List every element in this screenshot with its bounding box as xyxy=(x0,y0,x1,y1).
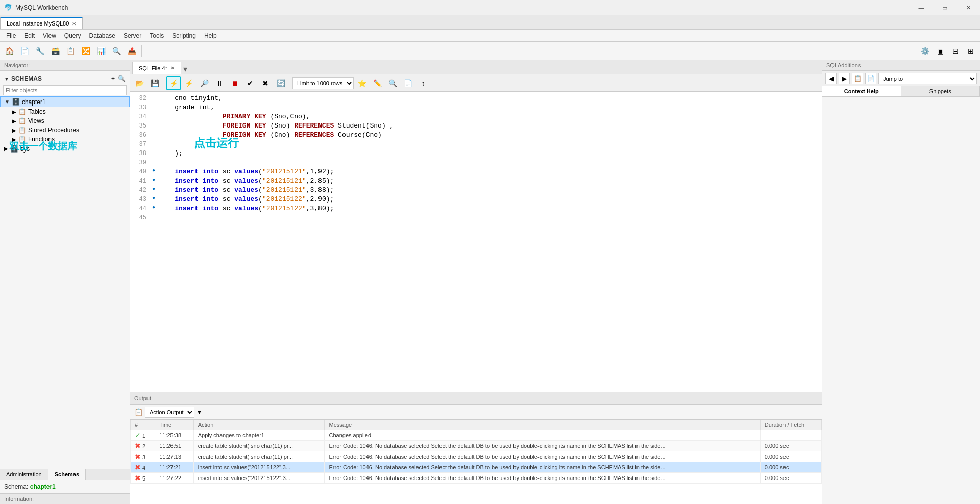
line-number: 35 xyxy=(130,122,151,130)
close-tab-icon[interactable]: ✕ xyxy=(72,21,76,27)
menu-item-edit[interactable]: Edit xyxy=(20,31,39,40)
explain-btn[interactable]: 🔎 xyxy=(197,76,211,90)
sql-additions-label: SQLAdditions xyxy=(826,62,861,68)
sys-schema-item[interactable]: ▶ 🗄️ sys xyxy=(0,144,130,154)
menu-item-query[interactable]: Query xyxy=(60,31,85,40)
toolbar-btn4[interactable]: 🗃️ xyxy=(48,44,62,58)
nav-back-btn[interactable]: ◀ xyxy=(825,73,837,84)
rollback-btn[interactable]: ⏹ xyxy=(228,76,242,90)
sql-nav-bar: ◀ ▶ 📋 📄 Jump to xyxy=(822,71,980,86)
output-row[interactable]: ✓ 1 11:25:38 Apply changes to chapter1 C… xyxy=(131,430,822,441)
minimize-button[interactable]: — xyxy=(910,0,933,15)
nav-paste-btn[interactable]: 📄 xyxy=(865,73,876,84)
line-content[interactable]: grade int, xyxy=(157,104,822,111)
output-dropdown-icon[interactable]: ▼ xyxy=(197,409,202,415)
menu-item-tools[interactable]: Tools xyxy=(145,31,168,40)
row-message: Changes applied xyxy=(325,430,760,441)
copy-icon[interactable]: 📋 xyxy=(134,408,143,416)
nav-copy-btn[interactable]: 📋 xyxy=(852,73,863,84)
tab-administration[interactable]: Administration xyxy=(0,469,48,480)
tables-item[interactable]: ▶ 📋 Tables xyxy=(0,107,130,116)
maximize-button[interactable]: ▭ xyxy=(933,0,957,15)
views-item[interactable]: ▶ 📋 Views xyxy=(0,116,130,125)
code-line-45: 45 xyxy=(130,213,822,222)
menu-item-help[interactable]: Help xyxy=(200,31,221,40)
output-row[interactable]: ✖ 3 11:27:13 create table student( sno c… xyxy=(131,451,822,462)
toolbar-btn7[interactable]: 📊 xyxy=(94,44,108,58)
cancel-btn[interactable]: ✖ xyxy=(258,76,273,90)
toolbar-settings-btn[interactable]: ⚙️ xyxy=(918,44,932,58)
toolbar-btn9[interactable]: 📤 xyxy=(125,44,139,58)
limit-rows-select[interactable]: Limit to 1000 rows Don't limit rows Limi… xyxy=(292,77,354,89)
toolbar-btn3[interactable]: 🔧 xyxy=(33,44,47,58)
schemas-search-icon[interactable]: 🔍 xyxy=(118,75,126,82)
bookmark-btn[interactable]: ⭐ xyxy=(355,76,369,90)
stored-procedures-item[interactable]: ▶ 📋 Stored Procedures xyxy=(0,125,130,135)
schemas-add-icon[interactable]: + xyxy=(111,75,115,82)
sql-panel: SQL File 4* ✕ ▾ 📂 💾 ⚡ ⚡ 🔎 ⏸ ⏹ ✔ ✖ 🔄 Limi… xyxy=(130,60,822,504)
menu-item-server[interactable]: Server xyxy=(119,31,145,40)
line-content[interactable]: FOREIGN KEY (Sno) REFERENCES Student(Sno… xyxy=(157,122,822,130)
commit-btn[interactable]: ✔ xyxy=(243,76,257,90)
toolbar-btn8[interactable]: 🔍 xyxy=(109,44,124,58)
line-number: 36 xyxy=(130,131,151,139)
line-content[interactable]: insert into sc values("201215122",2,90); xyxy=(157,195,822,203)
line-content[interactable]: PRIMARY KEY (Sno,Cno), xyxy=(157,113,822,120)
line-number: 43 xyxy=(130,195,151,203)
execute-btn[interactable]: ⚡ xyxy=(166,76,181,90)
new-tab-btn[interactable]: ▾ xyxy=(181,64,189,74)
line-content[interactable]: insert into sc values("201215121",1,92); xyxy=(157,168,822,175)
format-btn[interactable]: ✏️ xyxy=(370,76,384,90)
functions-item[interactable]: ▶ 📋 Functions xyxy=(0,135,130,144)
tab-schemas[interactable]: Schemas xyxy=(48,469,86,480)
toolbar-layout1-btn[interactable]: ▣ xyxy=(933,44,947,58)
toolbar-btn6[interactable]: 🔀 xyxy=(79,44,93,58)
menu-item-scripting[interactable]: Scripting xyxy=(168,31,200,40)
schema-chapter1-item[interactable]: ▼ 🗄️ chapter1 xyxy=(0,96,130,107)
output-row[interactable]: ✖ 2 11:26:51 create table student( sno c… xyxy=(131,441,822,451)
toolbar-sql-btn[interactable]: 📄 xyxy=(17,44,32,58)
output-row[interactable]: ✖ 5 11:27:22 insert into sc values("2012… xyxy=(131,473,822,484)
menu-item-file[interactable]: File xyxy=(2,31,20,40)
line-number: 40 xyxy=(130,168,151,175)
close-button[interactable]: ✕ xyxy=(957,0,980,15)
line-dot: ● xyxy=(151,177,157,183)
toggle-btn[interactable]: 🔄 xyxy=(274,76,288,90)
snippets-tab[interactable]: Snippets xyxy=(901,86,981,96)
sep2 xyxy=(290,77,290,89)
line-content[interactable]: ); xyxy=(157,149,822,157)
nav-forward-btn[interactable]: ▶ xyxy=(839,73,850,84)
output-type-select[interactable]: Action Output Text Output xyxy=(145,407,194,418)
word-wrap-btn[interactable]: 📄 xyxy=(401,76,415,90)
views-label: Views xyxy=(28,117,44,124)
menu-item-database[interactable]: Database xyxy=(85,31,119,40)
search-input[interactable] xyxy=(3,85,127,95)
find-btn[interactable]: 🔍 xyxy=(385,76,400,90)
open-file-btn[interactable]: 📂 xyxy=(132,76,146,90)
line-content[interactable]: insert into sc values("201215122",3,80); xyxy=(157,205,822,212)
navigator-label: Navigator: xyxy=(4,62,30,68)
toolbar-btn5[interactable]: 📋 xyxy=(63,44,78,58)
execute-current-btn[interactable]: ⚡ xyxy=(182,76,196,90)
toolbar-layout2-btn[interactable]: ⊟ xyxy=(948,44,963,58)
sql-file-tab-close[interactable]: ✕ xyxy=(170,65,175,71)
toolbar-layout3-btn[interactable]: ⊞ xyxy=(964,44,978,58)
toggle-panel-btn[interactable]: ↕ xyxy=(416,76,430,90)
jump-to-select[interactable]: Jump to xyxy=(878,73,977,84)
output-row[interactable]: ✖ 4 11:27:21 insert into sc values("2012… xyxy=(131,462,822,473)
tables-icon: 📋 xyxy=(18,108,26,115)
menu-bar: FileEditViewQueryDatabaseServerToolsScri… xyxy=(0,30,980,42)
context-help-tab[interactable]: Context Help xyxy=(822,86,901,96)
toolbar-home-btn[interactable]: 🏠 xyxy=(2,44,16,58)
line-content[interactable]: cno tinyint, xyxy=(157,94,822,102)
sql-file-tab[interactable]: SQL File 4* ✕ xyxy=(132,62,181,74)
save-file-btn[interactable]: 💾 xyxy=(148,76,162,90)
line-content[interactable]: insert into sc values("201215121",2,85); xyxy=(157,177,822,185)
code-editor[interactable]: 32 cno tinyint,33 grade int,34 PRIMARY K… xyxy=(130,92,822,392)
main-tab[interactable]: Local instance MySQL80 ✕ xyxy=(0,17,83,29)
line-content[interactable]: insert into sc values("201215121",3,88); xyxy=(157,186,822,194)
line-content[interactable]: FOREIGN KEY (Cno) REFERENCES Course(Cno) xyxy=(157,131,822,139)
stop-btn[interactable]: ⏸ xyxy=(212,76,227,90)
menu-item-view[interactable]: View xyxy=(39,31,60,40)
code-line-44: 44● insert into sc values("201215122",3,… xyxy=(130,204,822,213)
